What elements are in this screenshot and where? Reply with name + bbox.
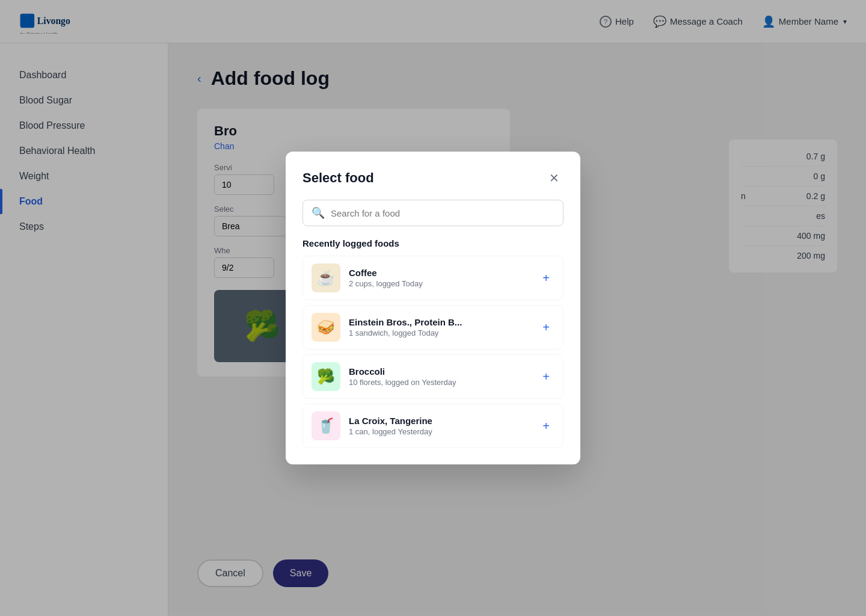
food-thumb-coffee: ☕ — [312, 263, 340, 292]
food-search-input[interactable] — [331, 208, 554, 218]
food-info-einstein: Einstein Bros., Protein B... 1 sandwich,… — [349, 317, 529, 337]
add-broccoli-button[interactable]: + — [538, 368, 554, 385]
food-item-broccoli[interactable]: 🥦 Broccoli 10 florets, logged on Yesterd… — [302, 354, 564, 399]
add-einstein-button[interactable]: + — [538, 319, 554, 336]
search-icon: 🔍 — [312, 206, 325, 220]
food-detail-coffee: 2 cups, logged Today — [349, 279, 529, 288]
food-item-coffee[interactable]: ☕ Coffee 2 cups, logged Today + — [302, 256, 564, 300]
add-lacroix-button[interactable]: + — [538, 417, 554, 434]
food-thumb-broccoli: 🥦 — [312, 362, 340, 391]
modal-close-button[interactable]: ✕ — [544, 168, 564, 188]
food-name-einstein: Einstein Bros., Protein B... — [349, 317, 529, 327]
modal-overlay[interactable]: Select food ✕ 🔍 Recently logged foods ☕ … — [0, 0, 866, 616]
modal-header: Select food ✕ — [302, 168, 564, 188]
food-detail-broccoli: 10 florets, logged on Yesterday — [349, 378, 529, 387]
select-food-modal: Select food ✕ 🔍 Recently logged foods ☕ … — [286, 152, 580, 464]
food-name-coffee: Coffee — [349, 268, 529, 278]
food-item-einstein[interactable]: 🥪 Einstein Bros., Protein B... 1 sandwic… — [302, 305, 564, 350]
food-item-lacroix[interactable]: 🥤 La Croix, Tangerine 1 can, logged Yest… — [302, 404, 564, 448]
search-bar: 🔍 — [302, 200, 564, 226]
food-detail-lacroix: 1 can, logged Yesterday — [349, 427, 529, 436]
food-name-lacroix: La Croix, Tangerine — [349, 416, 529, 426]
food-info-coffee: Coffee 2 cups, logged Today — [349, 268, 529, 288]
recently-logged-label: Recently logged foods — [302, 238, 564, 248]
food-name-broccoli: Broccoli — [349, 366, 529, 377]
food-detail-einstein: 1 sandwich, logged Today — [349, 328, 529, 337]
modal-title: Select food — [302, 170, 374, 186]
food-thumb-lacroix: 🥤 — [312, 411, 340, 440]
food-info-lacroix: La Croix, Tangerine 1 can, logged Yester… — [349, 416, 529, 436]
food-thumb-einstein: 🥪 — [312, 313, 340, 342]
food-list: ☕ Coffee 2 cups, logged Today + 🥪 Einste… — [302, 256, 564, 448]
food-info-broccoli: Broccoli 10 florets, logged on Yesterday — [349, 366, 529, 387]
add-coffee-button[interactable]: + — [538, 270, 554, 286]
